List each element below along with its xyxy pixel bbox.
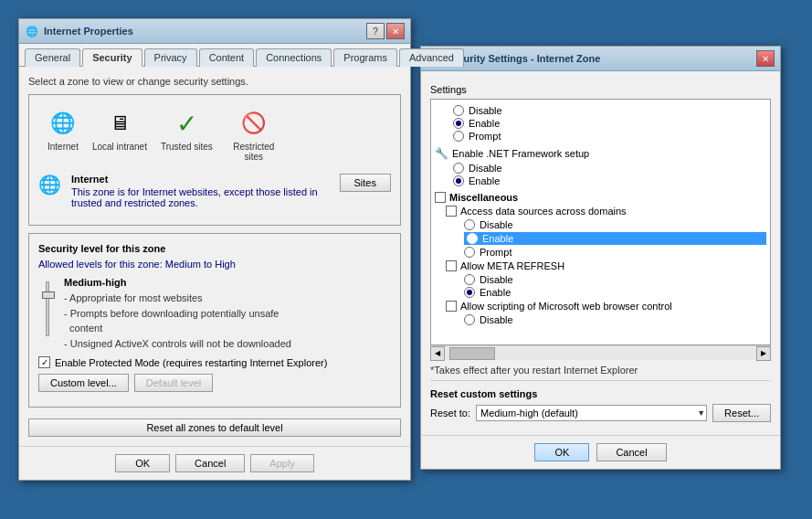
scripting-label: Allow scripting of Microsoft web browser… [460,301,672,312]
dotnet-enable-label: Enable [469,175,500,186]
tab-privacy[interactable]: Privacy [144,48,197,67]
option-prompt-1[interactable]: Prompt [453,131,766,142]
security-settings-titlebar: 🔒 Security Settings - Internet Zone ✕ [421,47,780,71]
security-slider-area: Medium-high - Appropriate for most websi… [38,277,391,351]
slider-thumb[interactable] [42,291,55,299]
radio-disable-1[interactable] [453,105,464,116]
tab-general[interactable]: General [25,48,80,67]
takes-effect-note: *Takes effect after you restart Internet… [430,365,771,376]
reset-to-select[interactable]: Medium-high (default) [476,405,707,421]
tab-bar: General Security Privacy Content Connect… [19,44,410,67]
access-data-group: Access data sources across domains Disab… [446,206,766,258]
settings-list[interactable]: Disable Enable Prompt 🔧 Enable [430,99,771,345]
dotnet-enable[interactable]: Enable [453,175,766,186]
script-disable-label: Disable [480,314,513,325]
tab-content[interactable]: Content [199,48,255,67]
zone-section: 🌐 Internet 🖥 Local intranet ✓ Trusted si… [28,94,401,226]
help-button[interactable]: ? [366,23,385,39]
dotnet-disable-label: Disable [469,163,502,174]
meta-refresh-label: Allow META REFRESH [460,260,564,271]
security-tab-content: Select a zone to view or change security… [19,67,410,446]
local-intranet-icon: 🖥 [105,109,134,138]
access-prompt[interactable]: Prompt [464,247,766,258]
close-button[interactable]: ✕ [386,23,405,39]
slider-track[interactable] [46,281,49,336]
radio-access-prompt[interactable] [464,247,475,258]
reset-section-label: Reset custom settings [430,388,771,399]
scroll-right-button[interactable]: ▶ [756,346,771,361]
scroll-track[interactable] [445,347,756,360]
default-level-button[interactable]: Default level [134,374,214,392]
scripting-checkbox[interactable] [446,301,457,312]
radio-dotnet-enable[interactable] [453,175,464,186]
option-enable-1[interactable]: Enable [453,118,766,129]
inet-apply-button[interactable]: Apply [250,454,314,472]
protected-mode-row[interactable]: ✓ Enable Protected Mode (requires restar… [38,356,391,368]
zone-internet-label: Internet [47,142,79,152]
sec-settings-footer: OK Cancel [421,435,780,469]
meta-enable[interactable]: Enable [464,287,766,298]
misc-header-row: Miscellaneous [435,192,766,203]
radio-meta-disable[interactable] [464,274,475,285]
sec-titlebar-buttons: ✕ [756,50,775,67]
reset-section: Reset custom settings Reset to: Medium-h… [430,380,771,422]
internet-properties-titlebar: 🌐 Internet Properties ? ✕ [19,19,410,44]
sec-close-button[interactable]: ✕ [756,50,775,67]
security-desc: Medium-high - Appropriate for most websi… [64,277,291,351]
zone-internet[interactable]: 🌐 Internet [47,109,79,162]
zone-local-intranet-label: Local intranet [92,142,147,152]
zone-local-intranet[interactable]: 🖥 Local intranet [92,109,147,162]
radio-access-enable[interactable] [467,233,478,244]
radio-script-disable[interactable] [464,314,475,325]
tab-programs[interactable]: Programs [333,48,397,67]
access-data-checkbox[interactable] [446,206,457,217]
inet-ok-button[interactable]: OK [115,454,170,472]
tab-advanced[interactable]: Advanced [399,48,464,67]
zone-info-text: Internet This zone is for Internet websi… [71,174,332,208]
meta-refresh-group: Allow META REFRESH Disable Enable [446,260,766,298]
access-enable[interactable]: Enable [464,232,766,245]
sec-ok-button[interactable]: OK [534,443,589,461]
zone-trusted-sites[interactable]: ✓ Trusted sites [161,109,213,162]
protected-mode-checkbox[interactable]: ✓ [38,356,50,368]
misc-checkbox[interactable] [435,192,446,203]
meta-refresh-header: Allow META REFRESH [446,260,766,271]
zone-restricted-sites[interactable]: 🚫 Restricted sites [227,109,281,162]
access-data-label: Access data sources across domains [460,206,627,217]
zone-label: Select a zone to view or change security… [28,76,401,87]
horizontal-scrollbar[interactable]: ◀ ▶ [430,345,771,360]
ie-icon: 🌐 [25,24,39,38]
radio-enable-1[interactable] [453,118,464,129]
reset-to-label: Reset to: [430,408,470,418]
script-disable[interactable]: Disable [464,314,766,325]
custom-level-button[interactable]: Custom level... [38,374,129,392]
radio-meta-enable[interactable] [464,287,475,298]
access-disable[interactable]: Disable [464,219,766,230]
reset-button[interactable]: Reset... [712,404,771,422]
access-prompt-label: Prompt [480,247,511,258]
dotnet-disable[interactable]: Disable [453,163,766,174]
scripting-group: Allow scripting of Microsoft web browser… [446,301,766,325]
access-data-header: Access data sources across domains [446,206,766,217]
tab-connections[interactable]: Connections [256,48,332,67]
setting-group-misc: Miscellaneous Access data sources across… [435,192,766,325]
sec-cancel-button[interactable]: Cancel [596,443,666,461]
radio-prompt-1[interactable] [453,131,464,142]
allowed-levels-text: Allowed levels for this zone: Medium to … [38,259,391,270]
reset-all-zones-button[interactable]: Reset all zones to default level [28,418,401,437]
inet-cancel-button[interactable]: Cancel [175,454,245,472]
scroll-thumb[interactable] [449,347,495,360]
scroll-left-button[interactable]: ◀ [430,346,445,361]
tab-security[interactable]: Security [82,48,142,67]
restricted-sites-icon: 🚫 [239,109,269,138]
option-disable-1[interactable]: Disable [453,105,766,116]
option-enable-1-label: Enable [469,118,500,129]
meta-disable[interactable]: Disable [464,274,766,285]
meta-refresh-checkbox[interactable] [446,260,457,271]
access-enable-label: Enable [482,233,513,244]
radio-access-disable[interactable] [464,219,475,230]
settings-list-container: Disable Enable Prompt 🔧 Enable [430,99,771,345]
zone-icons: 🌐 Internet 🖥 Local intranet ✓ Trusted si… [38,104,391,166]
sites-button[interactable]: Sites [340,174,391,192]
radio-dotnet-disable[interactable] [453,163,464,174]
